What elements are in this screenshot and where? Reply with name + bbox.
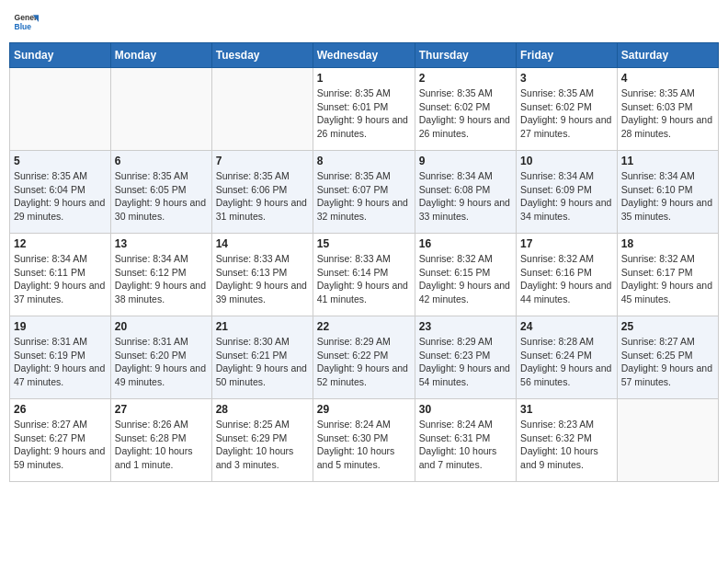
day-info: Sunrise: 8:34 AM Sunset: 6:10 PM Dayligh… [621,169,714,224]
day-info: Sunrise: 8:35 AM Sunset: 6:05 PM Dayligh… [115,169,208,224]
svg-text:General: General [15,13,39,22]
calendar-day-cell: 21Sunrise: 8:30 AM Sunset: 6:21 PM Dayli… [211,316,313,399]
calendar-week-row: 12Sunrise: 8:34 AM Sunset: 6:11 PM Dayli… [10,234,719,316]
day-info: Sunrise: 8:32 AM Sunset: 6:16 PM Dayligh… [520,252,613,306]
calendar-day-cell: 23Sunrise: 8:29 AM Sunset: 6:23 PM Dayli… [415,316,516,399]
day-number: 28 [216,403,309,416]
day-number: 14 [216,237,309,250]
day-number: 22 [317,320,411,333]
day-info: Sunrise: 8:35 AM Sunset: 6:07 PM Dayligh… [317,169,411,224]
calendar-week-row: 26Sunrise: 8:27 AM Sunset: 6:27 PM Dayli… [10,399,719,482]
calendar-week-row: 1Sunrise: 8:35 AM Sunset: 6:01 PM Daylig… [10,68,719,151]
day-info: Sunrise: 8:29 AM Sunset: 6:23 PM Dayligh… [419,335,512,389]
day-number: 5 [14,155,107,167]
calendar-day-cell: 22Sunrise: 8:29 AM Sunset: 6:22 PM Dayli… [313,316,415,399]
weekday-header: Tuesday [211,43,313,68]
day-number: 1 [317,72,411,85]
day-info: Sunrise: 8:34 AM Sunset: 6:12 PM Dayligh… [115,252,208,306]
calendar-day-cell: 27Sunrise: 8:26 AM Sunset: 6:28 PM Dayli… [110,399,211,482]
day-info: Sunrise: 8:23 AM Sunset: 6:32 PM Dayligh… [520,418,613,472]
weekday-header: Friday [517,43,618,68]
day-info: Sunrise: 8:33 AM Sunset: 6:14 PM Dayligh… [317,252,411,306]
calendar-day-cell: 19Sunrise: 8:31 AM Sunset: 6:19 PM Dayli… [10,316,111,399]
calendar-day-cell: 26Sunrise: 8:27 AM Sunset: 6:27 PM Dayli… [10,399,111,482]
logo-icon: General Blue [13,9,39,35]
day-info: Sunrise: 8:35 AM Sunset: 6:01 PM Dayligh… [317,86,411,141]
calendar-day-cell: 15Sunrise: 8:33 AM Sunset: 6:14 PM Dayli… [313,234,415,316]
calendar-day-cell: 4Sunrise: 8:35 AM Sunset: 6:03 PM Daylig… [617,68,718,151]
day-info: Sunrise: 8:35 AM Sunset: 6:04 PM Dayligh… [14,169,107,224]
calendar-day-cell: 13Sunrise: 8:34 AM Sunset: 6:12 PM Dayli… [110,234,211,316]
calendar-day-cell: 7Sunrise: 8:35 AM Sunset: 6:06 PM Daylig… [211,151,313,234]
day-info: Sunrise: 8:30 AM Sunset: 6:21 PM Dayligh… [216,335,309,389]
calendar-day-cell [617,399,718,482]
calendar-day-cell: 31Sunrise: 8:23 AM Sunset: 6:32 PM Dayli… [517,399,618,482]
day-info: Sunrise: 8:31 AM Sunset: 6:20 PM Dayligh… [115,335,208,389]
day-number: 13 [115,237,208,250]
calendar-day-cell: 16Sunrise: 8:32 AM Sunset: 6:15 PM Dayli… [415,234,516,316]
day-info: Sunrise: 8:34 AM Sunset: 6:08 PM Dayligh… [419,169,512,224]
day-number: 27 [115,403,208,416]
day-number: 21 [216,320,309,333]
calendar-day-cell: 24Sunrise: 8:28 AM Sunset: 6:24 PM Dayli… [517,316,618,399]
day-info: Sunrise: 8:31 AM Sunset: 6:19 PM Dayligh… [14,335,107,389]
day-number: 11 [621,155,714,167]
day-number: 23 [419,320,512,333]
calendar-day-cell: 14Sunrise: 8:33 AM Sunset: 6:13 PM Dayli… [211,234,313,316]
day-number: 25 [621,320,714,333]
day-info: Sunrise: 8:34 AM Sunset: 6:11 PM Dayligh… [14,252,107,306]
day-info: Sunrise: 8:27 AM Sunset: 6:25 PM Dayligh… [621,335,714,389]
calendar-week-row: 5Sunrise: 8:35 AM Sunset: 6:04 PM Daylig… [10,151,719,234]
calendar-table: SundayMondayTuesdayWednesdayThursdayFrid… [9,42,719,482]
calendar-day-cell: 2Sunrise: 8:35 AM Sunset: 6:02 PM Daylig… [415,68,516,151]
calendar-day-cell [110,68,211,151]
day-number: 4 [621,72,714,85]
calendar-day-cell: 11Sunrise: 8:34 AM Sunset: 6:10 PM Dayli… [617,151,718,234]
calendar-week-row: 19Sunrise: 8:31 AM Sunset: 6:19 PM Dayli… [10,316,719,399]
day-info: Sunrise: 8:25 AM Sunset: 6:29 PM Dayligh… [216,418,309,472]
day-info: Sunrise: 8:35 AM Sunset: 6:02 PM Dayligh… [520,86,613,141]
day-number: 20 [115,320,208,333]
calendar-day-cell [211,68,313,151]
calendar-day-cell: 29Sunrise: 8:24 AM Sunset: 6:30 PM Dayli… [313,399,415,482]
day-info: Sunrise: 8:24 AM Sunset: 6:30 PM Dayligh… [317,418,411,472]
calendar-day-cell: 18Sunrise: 8:32 AM Sunset: 6:17 PM Dayli… [617,234,718,316]
day-info: Sunrise: 8:33 AM Sunset: 6:13 PM Dayligh… [216,252,309,306]
day-number: 16 [419,237,512,250]
calendar-day-cell: 5Sunrise: 8:35 AM Sunset: 6:04 PM Daylig… [10,151,111,234]
calendar-day-cell: 8Sunrise: 8:35 AM Sunset: 6:07 PM Daylig… [313,151,415,234]
day-info: Sunrise: 8:35 AM Sunset: 6:06 PM Dayligh… [216,169,309,224]
day-number: 17 [520,237,613,250]
day-info: Sunrise: 8:26 AM Sunset: 6:28 PM Dayligh… [115,418,208,472]
svg-text:Blue: Blue [15,22,32,31]
calendar-day-cell: 1Sunrise: 8:35 AM Sunset: 6:01 PM Daylig… [313,68,415,151]
logo: General Blue [13,9,42,35]
day-info: Sunrise: 8:24 AM Sunset: 6:31 PM Dayligh… [419,418,512,472]
weekday-header: Sunday [10,43,111,68]
day-number: 7 [216,155,309,167]
day-number: 29 [317,403,411,416]
day-number: 26 [14,403,107,416]
weekday-header: Monday [110,43,211,68]
day-number: 30 [419,403,512,416]
day-info: Sunrise: 8:29 AM Sunset: 6:22 PM Dayligh… [317,335,411,389]
weekday-header: Wednesday [313,43,415,68]
day-number: 24 [520,320,613,333]
calendar-day-cell: 10Sunrise: 8:34 AM Sunset: 6:09 PM Dayli… [517,151,618,234]
day-number: 9 [419,155,512,167]
calendar-header-row: SundayMondayTuesdayWednesdayThursdayFrid… [10,43,719,68]
day-number: 3 [520,72,613,85]
calendar-day-cell: 9Sunrise: 8:34 AM Sunset: 6:08 PM Daylig… [415,151,516,234]
weekday-header: Thursday [415,43,516,68]
calendar-day-cell: 17Sunrise: 8:32 AM Sunset: 6:16 PM Dayli… [517,234,618,316]
day-number: 12 [14,237,107,250]
calendar-day-cell: 6Sunrise: 8:35 AM Sunset: 6:05 PM Daylig… [110,151,211,234]
calendar-day-cell [10,68,111,151]
day-number: 18 [621,237,714,250]
calendar-day-cell: 12Sunrise: 8:34 AM Sunset: 6:11 PM Dayli… [10,234,111,316]
day-number: 2 [419,72,512,85]
day-info: Sunrise: 8:35 AM Sunset: 6:02 PM Dayligh… [419,86,512,141]
calendar-day-cell: 30Sunrise: 8:24 AM Sunset: 6:31 PM Dayli… [415,399,516,482]
day-number: 31 [520,403,613,416]
day-number: 10 [520,155,613,167]
